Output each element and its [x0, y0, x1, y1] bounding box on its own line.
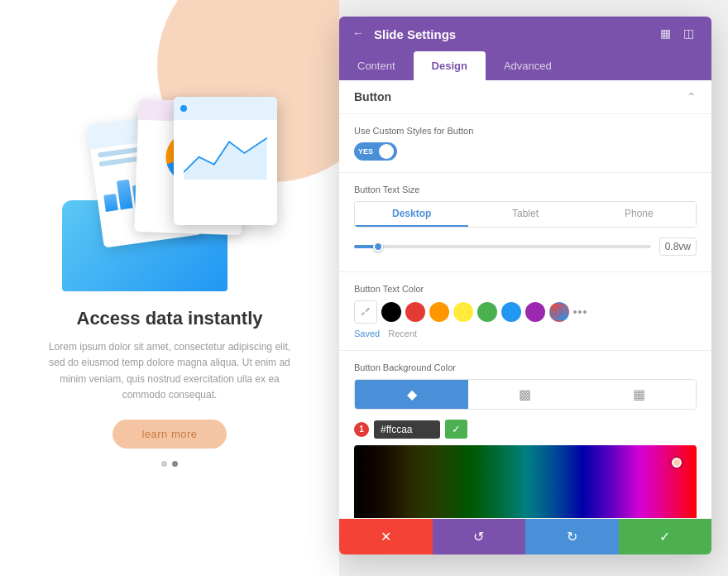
swatch-purple[interactable] — [525, 302, 545, 322]
preview-body: Lorem ipsum dolor sit amet, consectetur … — [46, 339, 294, 403]
text-size-slider-track[interactable] — [354, 245, 651, 248]
panel-footer: ✕ ↺ ↻ ✓ — [339, 518, 711, 554]
swatch-yellow[interactable] — [453, 302, 473, 322]
preview-panel: Access data instantly Lorem ipsum dolor … — [0, 0, 339, 576]
more-colors-btn[interactable] — [573, 310, 587, 314]
saved-label[interactable]: Saved — [354, 329, 380, 338]
cancel-button[interactable]: ✕ — [339, 519, 433, 554]
button-text-size-section: Button Text Size Desktop Tablet Phone 0.… — [339, 173, 711, 272]
eyedropper-icon-btn[interactable] — [354, 300, 377, 324]
section-header: Button ⌃ — [339, 80, 711, 114]
color-gradient-canvas[interactable] — [354, 445, 697, 518]
card-3 — [174, 97, 277, 225]
illustration — [46, 109, 294, 291]
text-color-swatch-row — [354, 300, 697, 324]
swatch-black[interactable] — [381, 302, 401, 322]
learn-more-button[interactable]: learn more — [113, 420, 226, 449]
tabs-bar: Content Design Advanced — [339, 51, 711, 80]
sub-tab-tablet[interactable]: Tablet — [468, 202, 582, 227]
preview-title: Access data instantly — [77, 308, 263, 329]
panel-content: Button ⌃ Use Custom Styles for Button YE… — [339, 80, 711, 518]
device-sub-tabs: Desktop Tablet Phone — [354, 201, 697, 228]
text-size-slider-value: 0.8vw — [659, 238, 697, 256]
swatch-green[interactable] — [477, 302, 497, 322]
settings-panel: ← Slide Settings ▦ ◫ Content Design Adva… — [339, 17, 711, 554]
bg-tab-gradient[interactable]: ▩ — [468, 380, 582, 409]
custom-styles-label: Use Custom Styles for Button — [354, 126, 697, 136]
swatch-orange[interactable] — [429, 302, 449, 322]
button-bg-color-label: Button Background Color — [354, 362, 697, 372]
button-text-size-label: Button Text Size — [354, 185, 697, 194]
button-text-color-section: Button Text Color — [339, 272, 711, 351]
redo-button[interactable]: ↻ — [525, 519, 619, 554]
toggle-knob — [379, 144, 394, 159]
custom-styles-toggle[interactable]: YES — [354, 142, 397, 161]
section-title: Button — [354, 90, 391, 103]
gradient-cursor[interactable] — [672, 458, 682, 468]
save-button[interactable]: ✓ — [619, 519, 712, 554]
section-collapse-icon[interactable]: ⌃ — [687, 90, 697, 103]
dot-1[interactable] — [161, 461, 167, 467]
tab-advanced[interactable]: Advanced — [486, 51, 570, 80]
columns-icon[interactable]: ◫ — [683, 26, 698, 41]
bg-tab-solid[interactable]: ◆ — [355, 380, 468, 409]
badge-1: 1 — [354, 422, 369, 437]
grid-icon[interactable]: ▦ — [660, 26, 675, 41]
panel-title: Slide Settings — [374, 27, 456, 41]
toggle-yes-label: YES — [356, 147, 376, 156]
tab-content[interactable]: Content — [339, 51, 414, 80]
text-size-slider-row: 0.8vw — [354, 238, 697, 256]
tab-design[interactable]: Design — [414, 51, 486, 80]
pagination-dots — [161, 461, 178, 467]
hex-confirm-button[interactable]: ✓ — [445, 420, 467, 439]
back-icon[interactable]: ← — [352, 26, 367, 41]
hex-input-row: 1 ✓ — [354, 420, 697, 439]
undo-button[interactable]: ↺ — [433, 519, 526, 554]
panel-header: ← Slide Settings ▦ ◫ — [339, 17, 711, 51]
panel-header-icons: ▦ ◫ — [660, 26, 698, 41]
saved-recent-row: Saved Recent — [354, 329, 697, 338]
recent-label[interactable]: Recent — [388, 329, 417, 338]
button-text-color-label: Button Text Color — [354, 284, 697, 294]
button-bg-color-section: Button Background Color ◆ ▩ ▦ 1 ✓ — [339, 351, 711, 518]
swatch-blue[interactable] — [501, 302, 521, 322]
hex-input[interactable] — [374, 420, 440, 439]
sub-tab-phone[interactable]: Phone — [582, 202, 696, 227]
bg-tab-image[interactable]: ▦ — [582, 380, 696, 409]
custom-styles-section: Use Custom Styles for Button YES — [339, 114, 711, 173]
text-size-slider-thumb[interactable] — [373, 242, 383, 252]
dot-2[interactable] — [172, 461, 178, 467]
swatch-gradient[interactable] — [549, 302, 569, 322]
panel-header-left: ← Slide Settings — [352, 26, 456, 41]
bg-color-type-tabs: ◆ ▩ ▦ — [354, 379, 697, 410]
swatch-red[interactable] — [405, 302, 425, 322]
sub-tab-desktop[interactable]: Desktop — [355, 202, 468, 227]
